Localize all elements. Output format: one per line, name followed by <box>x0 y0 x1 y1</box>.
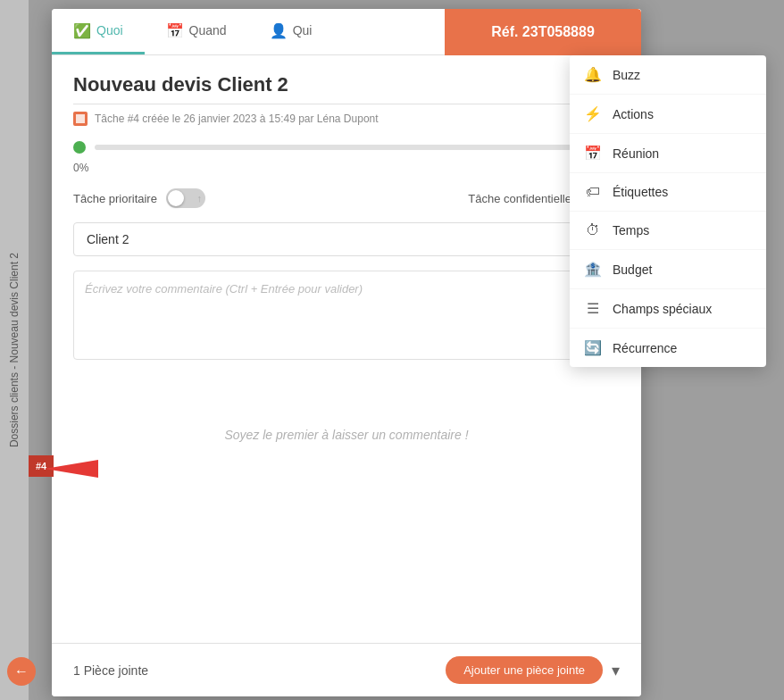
reunion-label: Réunion <box>613 146 659 161</box>
comment-area[interactable]: Écrivez votre commentaire (Ctrl + Entrée… <box>73 271 620 360</box>
meta-text: Tâche #4 créée le 26 janvier 2023 à 15:4… <box>95 112 379 125</box>
confidential-label: Tâche confidentielle <box>468 192 571 205</box>
meta-info: Tâche #4 créée le 26 janvier 2023 à 15:4… <box>73 112 620 126</box>
recurrence-label: Récurrence <box>613 341 677 355</box>
comment-placeholder: Écrivez votre commentaire (Ctrl + Entrée… <box>85 282 363 296</box>
modal-content: Nouveau devis Client 2 ⋮ Tâche #4 créée … <box>52 55 641 643</box>
client-value: Client 2 <box>87 232 129 246</box>
title-row: Nouveau devis Client 2 ⋮ <box>73 73 620 96</box>
sidebar: Dossiers clients - Nouveau devis Client … <box>0 0 29 700</box>
priority-toggle[interactable]: ↑ <box>166 188 205 208</box>
buzz-icon: 🔔 <box>584 66 602 83</box>
priority-icon: ↑ <box>196 193 202 204</box>
champs-speciaux-icon: ☰ <box>584 300 602 317</box>
tab-quoi-label: Quoi <box>96 23 123 38</box>
etiquettes-label: Étiquettes <box>613 185 668 199</box>
priority-label: Tâche prioritaire <box>73 192 157 205</box>
quoi-icon: ✅ <box>73 22 91 39</box>
tab-qui-label: Qui <box>293 23 313 38</box>
budget-icon: 🏦 <box>584 261 602 278</box>
etiquettes-icon: 🏷 <box>584 184 602 200</box>
menu-item-budget[interactable]: 🏦 Budget <box>570 250 766 289</box>
empty-comments: Soyez le premier à laisser un commentair… <box>73 374 620 496</box>
quand-icon: 📅 <box>166 22 184 39</box>
menu-item-actions[interactable]: ⚡ Actions <box>570 95 766 134</box>
menu-item-temps[interactable]: ⏱ Temps <box>570 212 766 250</box>
priority-thumb <box>168 190 184 206</box>
reference-bar: Réf. 23T058889 <box>445 9 641 55</box>
buzz-label: Buzz <box>613 68 640 82</box>
add-attachment-button[interactable]: Ajouter une pièce jointe <box>446 656 603 684</box>
attachment-label: 1 Pièce jointe <box>73 663 148 678</box>
tab-quoi[interactable]: ✅ Quoi <box>52 9 145 54</box>
task-title: Nouveau devis Client 2 <box>73 73 288 96</box>
arrow-indicator <box>45 455 98 486</box>
reference-text: Réf. 23T058889 <box>491 24 595 40</box>
footer-right: Ajouter une pièce jointe ▾ <box>446 656 620 684</box>
actions-label: Actions <box>613 107 654 121</box>
reunion-icon: 📅 <box>584 145 602 162</box>
menu-item-reunion[interactable]: 📅 Réunion <box>570 134 766 173</box>
temps-icon: ⏱ <box>584 222 602 238</box>
qui-icon: 👤 <box>270 22 288 39</box>
recurrence-icon: 🔄 <box>584 339 602 356</box>
task-modal: ✅ Quoi 📅 Quand 👤 Qui Réf. 23T058889 Nouv… <box>52 9 641 696</box>
task-icon <box>73 112 88 126</box>
client-dropdown[interactable]: Client 2 ▾ <box>73 222 620 256</box>
tab-quand[interactable]: 📅 Quand <box>145 9 248 54</box>
progress-track[interactable] <box>95 145 589 150</box>
tab-quand-label: Quand <box>189 23 227 38</box>
priority-toggle-item: Tâche prioritaire ↑ <box>73 188 205 208</box>
svg-marker-0 <box>45 460 98 478</box>
actions-icon: ⚡ <box>584 105 602 122</box>
footer-chevron-button[interactable]: ▾ <box>612 661 620 680</box>
divider-1 <box>73 104 620 104</box>
actions-menu: 🔔 Buzz ⚡ Actions 📅 Réunion 🏷 Étiquettes … <box>570 55 766 367</box>
menu-item-etiquettes[interactable]: 🏷 Étiquettes <box>570 173 766 212</box>
sidebar-label: Dossiers clients - Nouveau devis Client … <box>8 246 21 454</box>
toggle-row: Tâche prioritaire ↑ Tâche confidentielle… <box>73 188 620 208</box>
menu-item-recurrence[interactable]: 🔄 Récurrence <box>570 329 766 367</box>
progress-section: ✓ 0% <box>73 137 620 174</box>
menu-item-buzz[interactable]: 🔔 Buzz <box>570 55 766 95</box>
modal-footer: 1 Pièce jointe Ajouter une pièce jointe … <box>52 643 641 696</box>
progress-dot <box>73 141 86 154</box>
menu-item-champs-speciaux[interactable]: ☰ Champs spéciaux <box>570 289 766 329</box>
svg-rect-1 <box>76 114 85 123</box>
progress-bar-row: ✓ <box>73 137 620 158</box>
back-button[interactable]: ← <box>7 657 36 686</box>
tab-qui[interactable]: 👤 Qui <box>248 9 334 54</box>
temps-label: Temps <box>613 223 649 238</box>
champs-speciaux-label: Champs spéciaux <box>613 302 712 316</box>
budget-label: Budget <box>613 262 652 277</box>
progress-label: 0% <box>73 162 620 174</box>
empty-comments-text: Soyez le premier à laisser un commentair… <box>224 428 468 442</box>
tab-bar: ✅ Quoi 📅 Quand 👤 Qui Réf. 23T058889 <box>52 9 641 55</box>
